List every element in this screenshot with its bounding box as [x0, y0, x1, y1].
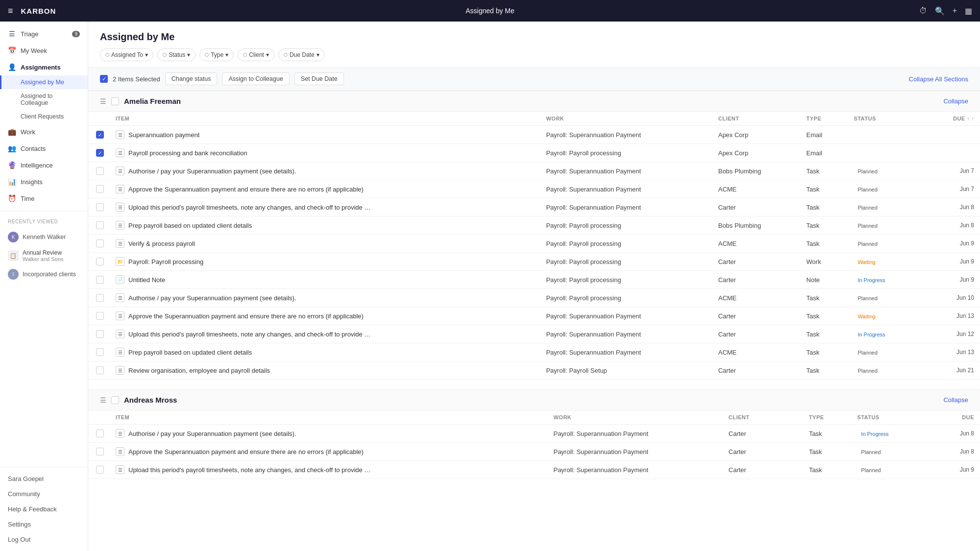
row-status: Planned	[848, 289, 927, 307]
row-work: Payroll: Superannuation Payment	[540, 325, 712, 343]
task-type-icon: ☰	[116, 330, 124, 338]
recently-viewed-label: RECENTLY VIEWED	[0, 215, 88, 226]
timer-icon[interactable]: ⏱	[919, 6, 927, 15]
andreas-table-head: ITEM WORK CLIENT TYPE STATUS DUE	[88, 410, 980, 425]
row-checkbox[interactable]	[96, 167, 104, 175]
table-row: ☰Approve the Superannuation payment and …	[88, 443, 980, 461]
andreas-section-icon: ☰	[100, 396, 106, 404]
row-checkbox[interactable]	[96, 258, 104, 265]
row-client: Carter	[723, 425, 803, 443]
row-checkbox[interactable]	[96, 312, 104, 320]
filter-status[interactable]: Status ▾	[157, 48, 196, 61]
row-work: Payroll: Superannuation Payment	[540, 162, 712, 180]
sidebar-item-insights[interactable]: 📊 Insights	[0, 173, 88, 190]
row-item: ☰Review organisation, employee and payro…	[110, 361, 540, 380]
row-item-text: Review organisation, employee and payrol…	[128, 367, 270, 374]
row-type: Task	[803, 461, 851, 479]
section-andreas-collapse[interactable]: Collapse	[943, 396, 968, 404]
set-due-date-button[interactable]: Set Due Date	[294, 72, 344, 85]
row-checkbox[interactable]	[96, 294, 104, 302]
sidebar-recent-annual-review[interactable]: 📋 Annual Review Walker and Sons	[0, 246, 88, 265]
row-checkbox[interactable]	[96, 348, 104, 356]
menu-icon[interactable]: ≡	[8, 6, 13, 16]
change-status-button[interactable]: Change status	[165, 72, 218, 85]
row-checkbox[interactable]	[96, 131, 104, 139]
status-badge	[854, 149, 861, 157]
sidebar-item-contacts[interactable]: 👥 Contacts	[0, 140, 88, 157]
row-checkbox[interactable]	[96, 240, 104, 247]
filter-assigned-to[interactable]: Assigned To ▾	[100, 48, 153, 61]
filter-client-dot	[243, 53, 247, 57]
sidebar-item-contacts-label: Contacts	[21, 145, 46, 152]
row-type: Task	[801, 198, 848, 216]
row-item-text: Upload this period's payroll timesheets,…	[128, 331, 370, 338]
collapse-all-button[interactable]: Collapse All Sections	[909, 75, 968, 83]
sidebar-sub-client-requests[interactable]: Client Requests	[0, 110, 88, 123]
row-checkbox[interactable]	[96, 466, 104, 474]
table-row: ☰Prep payroll based on updated client de…	[88, 216, 980, 235]
row-checkbox[interactable]	[96, 203, 104, 211]
status-badge: Planned	[854, 367, 881, 375]
filter-due-date[interactable]: Due Date ▾	[278, 48, 325, 61]
th-due[interactable]: DUE ↑	[927, 112, 980, 126]
assign-to-colleague-button[interactable]: Assign to Colleague	[222, 72, 289, 85]
sidebar-item-assignments[interactable]: 👤 Assignments	[0, 59, 88, 75]
row-item: ☰Payroll processing and bank reconciliat…	[110, 144, 540, 162]
row-due: Jun 10	[927, 289, 980, 307]
row-checkbox[interactable]	[96, 149, 104, 157]
filter-assigned-to-label: Assigned To	[111, 51, 143, 58]
section-amelia-checkbox[interactable]	[111, 97, 119, 105]
row-checkbox[interactable]	[96, 276, 104, 284]
row-checkbox[interactable]	[96, 448, 104, 455]
sidebar-item-time[interactable]: ⏰ Time	[0, 190, 88, 207]
time-icon: ⏰	[8, 194, 16, 202]
row-due: Jun 12	[927, 325, 980, 343]
section-amelia-collapse[interactable]: Collapse	[943, 97, 968, 105]
filter-client[interactable]: Client ▾	[238, 48, 274, 61]
row-due: Jun 9	[927, 235, 980, 253]
section-andreas-checkbox[interactable]	[111, 396, 119, 404]
sidebar-bottom-settings[interactable]: Settings	[0, 517, 88, 532]
row-client: ACME	[712, 289, 801, 307]
row-client: Carter	[712, 271, 801, 289]
row-client: Carter	[712, 325, 801, 343]
task-type-icon: ☰	[116, 221, 124, 230]
filter-status-chevron: ▾	[187, 51, 190, 58]
row-checkbox[interactable]	[96, 430, 104, 437]
row-item-text: Authorise / pay your Superannuation paym…	[128, 294, 296, 302]
sidebar-bottom-sara-goepel[interactable]: Sara Goepel	[0, 471, 88, 486]
search-icon[interactable]: 🔍	[935, 6, 945, 16]
row-item: ☰Upload this period's payroll timesheets…	[110, 461, 547, 479]
sidebar-sub-assigned-by-me[interactable]: Assigned by Me	[0, 75, 88, 89]
sidebar-bottom-community[interactable]: Community	[0, 486, 88, 502]
sidebar-recent-incorporated-clients[interactable]: I Incorporated clients	[0, 265, 88, 283]
row-work: Payroll: Payroll Setup	[540, 361, 712, 380]
task-type-icon: ☰	[116, 366, 124, 375]
sidebar-item-intelligence[interactable]: 🔮 Intelligence	[0, 157, 88, 173]
table-row: ☰Upload this period's payroll timesheets…	[88, 461, 980, 479]
select-all-checkbox[interactable]: ✓	[100, 75, 108, 83]
sidebar-sub-assigned-to-colleague[interactable]: Assigned to Colleague	[0, 89, 88, 110]
status-badge: Planned	[854, 240, 881, 248]
row-item: ☰Verify & process payroll	[110, 235, 540, 253]
row-due: Jun 8	[927, 198, 980, 216]
filter-type[interactable]: Type ▾	[199, 48, 234, 61]
grid-icon[interactable]: ▦	[965, 6, 972, 16]
table-row: ☰Authorise / pay your Superannuation pay…	[88, 289, 980, 307]
row-status: In Progress	[851, 425, 931, 443]
row-type: Email	[801, 126, 848, 144]
row-checkbox[interactable]	[96, 221, 104, 229]
sidebar-bottom-help-feedback[interactable]: Help & Feedback	[0, 502, 88, 517]
sidebar-bottom-log-out[interactable]: Log Out	[0, 532, 88, 547]
sidebar-item-triage[interactable]: ☰ Triage 9	[0, 25, 88, 42]
work-type-icon: 📁	[116, 257, 124, 266]
row-checkbox[interactable]	[96, 330, 104, 338]
row-checkbox[interactable]	[96, 185, 104, 193]
sidebar-item-myweek[interactable]: 📅 My Week	[0, 42, 88, 59]
sidebar-item-work[interactable]: 💼 Work	[0, 123, 88, 140]
th-checkbox-2	[88, 410, 110, 425]
row-checkbox[interactable]	[96, 366, 104, 374]
add-icon[interactable]: +	[953, 6, 957, 15]
sidebar-recent-kenneth-walker[interactable]: K Kenneth Walker	[0, 228, 88, 246]
row-status: Planned	[848, 343, 927, 361]
